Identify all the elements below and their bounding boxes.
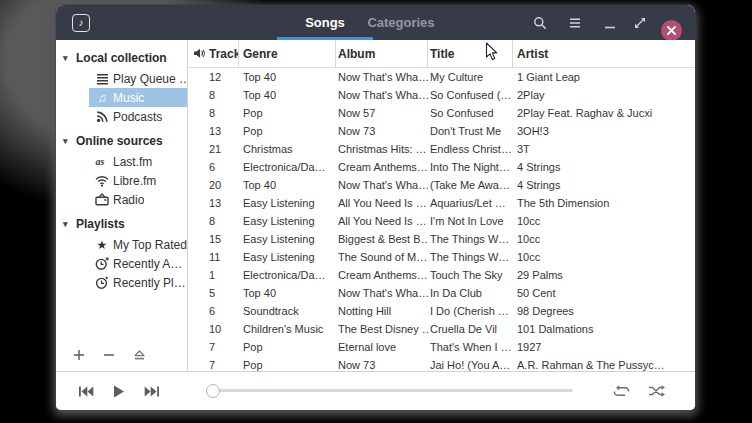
repeat-icon[interactable] — [606, 372, 636, 410]
cell-artist: 50 Cent — [513, 284, 695, 302]
cell-artist: 1 Giant Leap — [513, 68, 695, 86]
queue-icon — [95, 72, 109, 86]
cell-genre: Pop — [239, 122, 336, 140]
sidebar-section-playlists[interactable]: ▾Playlists — [56, 213, 187, 235]
cell-title: So Confused — [428, 104, 513, 122]
close-icon[interactable] — [661, 20, 682, 41]
cell-artist: 2Play — [513, 86, 695, 104]
cell-title: Cruella De Vil — [428, 320, 513, 338]
sidebar-item-label: Music — [113, 91, 144, 105]
cell-track: 8 — [188, 86, 239, 104]
clock-add-icon — [95, 257, 109, 271]
titlebar[interactable]: ♪ Songs Categories — [56, 5, 695, 40]
cell-artist: 29 Palms — [513, 266, 695, 284]
add-icon — [73, 348, 85, 364]
cell-genre: Easy Listening — [239, 248, 336, 266]
cell-artist: 10cc — [513, 212, 695, 230]
rss-icon — [95, 110, 109, 124]
column-header-genre[interactable]: Genre — [239, 40, 336, 67]
cell-genre: Easy Listening — [239, 230, 336, 248]
track-table: Track Genre Album Title Artist 12Top 40N… — [188, 40, 695, 372]
table-row[interactable]: 6SoundtrackNotting HillI Do (Cherish …98… — [188, 302, 695, 320]
search-icon[interactable] — [527, 5, 553, 40]
cell-genre: Pop — [239, 356, 336, 372]
sidebar-item-recently-pl[interactable]: Recently Pl… — [89, 273, 187, 292]
cell-genre: Top 40 — [239, 284, 336, 302]
table-row[interactable]: 12Top 40Now That's Wha…My Culture1 Giant… — [188, 68, 695, 86]
column-header-track[interactable]: Track — [188, 40, 239, 67]
cell-genre: Easy Listening — [239, 212, 336, 230]
table-row[interactable]: 7PopEternal loveThat's When I …1927 — [188, 338, 695, 356]
sidebar-item-label: Recently A… — [113, 257, 182, 271]
cell-track: 13 — [188, 122, 239, 140]
sidebar-item-last-fm[interactable]: asLast.fm — [89, 152, 187, 171]
column-header-title[interactable]: Title — [428, 40, 513, 67]
sidebar-section-local-collection[interactable]: ▾Local collection — [56, 47, 187, 69]
table-row[interactable]: 13Easy ListeningAll You Need Is …Aquariu… — [188, 194, 695, 212]
sidebar-section-online-sources[interactable]: ▾Online sources — [56, 130, 187, 152]
table-row[interactable]: 5Top 40Now That's Wha…In Da Club50 Cent — [188, 284, 695, 302]
table-row[interactable]: 1Electronica/Da…Cream Anthems…Touch The … — [188, 266, 695, 284]
remove-button[interactable] — [98, 346, 120, 366]
sidebar-item-label: Play Queue … — [113, 72, 187, 86]
cell-genre: Top 40 — [239, 176, 336, 194]
sidebar-item-my-top-rated[interactable]: ★My Top Rated — [89, 235, 187, 254]
table-row[interactable]: 13PopNow 73Don't Trust Me3OH!3 — [188, 122, 695, 140]
cell-artist: 98 Degrees — [513, 302, 695, 320]
seek-handle[interactable] — [206, 384, 220, 398]
minimize-icon[interactable] — [597, 5, 623, 40]
cell-track: 7 — [188, 338, 239, 356]
eject-button[interactable] — [128, 346, 150, 366]
table-row[interactable]: 8Easy ListeningAll You Need Is …I'm Not … — [188, 212, 695, 230]
table-row[interactable]: 8Top 40Now That's Wha…So Confused (…2Pla… — [188, 86, 695, 104]
cell-genre: Children's Music — [239, 320, 336, 338]
sidebar-item-recently-a[interactable]: Recently A… — [89, 254, 187, 273]
play-icon[interactable] — [104, 372, 134, 410]
table-row[interactable]: 15Easy ListeningBiggest & Best B…The Thi… — [188, 230, 695, 248]
add-button[interactable] — [68, 346, 90, 366]
column-header-album[interactable]: Album — [336, 40, 428, 67]
cell-track: 13 — [188, 194, 239, 212]
sidebar-item-music[interactable]: ♫Music — [89, 88, 187, 107]
radio-icon — [95, 193, 109, 207]
cell-title: That's When I … — [428, 338, 513, 356]
tab-categories[interactable]: Categories — [346, 5, 456, 40]
seek-slider[interactable] — [209, 389, 573, 393]
cell-genre: Top 40 — [239, 68, 336, 86]
section-label: Playlists — [76, 217, 125, 231]
table-row[interactable]: 21ChristmasChristmas Hits: …Endless Chri… — [188, 140, 695, 158]
restore-icon[interactable] — [627, 5, 653, 40]
menu-icon[interactable] — [562, 5, 588, 40]
cell-track: 21 — [188, 140, 239, 158]
column-header-label: Track — [209, 47, 239, 61]
sidebar-item-radio[interactable]: Radio — [89, 190, 187, 209]
shuffle-icon[interactable] — [641, 372, 671, 410]
cell-title: I'm Not In Love — [428, 212, 513, 230]
cell-title: Aquarius/Let … — [428, 194, 513, 212]
table-row[interactable]: 6Electronica/Da…Cream Anthems…Into The N… — [188, 158, 695, 176]
app-window: ♪ Songs Categories — [56, 5, 695, 410]
sidebar-item-libre-fm[interactable]: Libre.fm — [89, 171, 187, 190]
table-row[interactable]: 20Top 40Now That's Wha…(Take Me Awa…4 St… — [188, 176, 695, 194]
seek-track[interactable] — [209, 389, 573, 392]
cell-album: Now 73 — [336, 122, 428, 140]
column-header-artist[interactable]: Artist — [513, 40, 695, 67]
cell-title: The Things W… — [428, 248, 513, 266]
section-label: Local collection — [76, 51, 167, 65]
sidebar-item-label: Libre.fm — [113, 174, 156, 188]
sidebar-item-podcasts[interactable]: Podcasts — [89, 107, 187, 126]
table-row[interactable]: 11Easy ListeningThe Sound of M…The Thing… — [188, 248, 695, 266]
previous-icon[interactable] — [71, 372, 101, 410]
app-icon: ♪ — [72, 14, 90, 32]
cell-artist: A.R. Rahman & The Pussyc… — [513, 356, 695, 372]
next-icon[interactable] — [137, 372, 167, 410]
cell-track: 7 — [188, 356, 239, 372]
table-row[interactable]: 10Children's MusicThe Best Disney …Cruel… — [188, 320, 695, 338]
cell-artist: 10cc — [513, 230, 695, 248]
table-row[interactable]: 8PopNow 57So Confused2Play Feat. Raghav … — [188, 104, 695, 122]
column-header-label: Artist — [517, 47, 548, 61]
table-row[interactable]: 7PopNow 73Jai Ho! (You A…A.R. Rahman & T… — [188, 356, 695, 372]
cell-album: Christmas Hits: … — [336, 140, 428, 158]
sidebar-item-play-queue[interactable]: Play Queue … — [89, 69, 187, 88]
player-bar — [56, 371, 695, 410]
